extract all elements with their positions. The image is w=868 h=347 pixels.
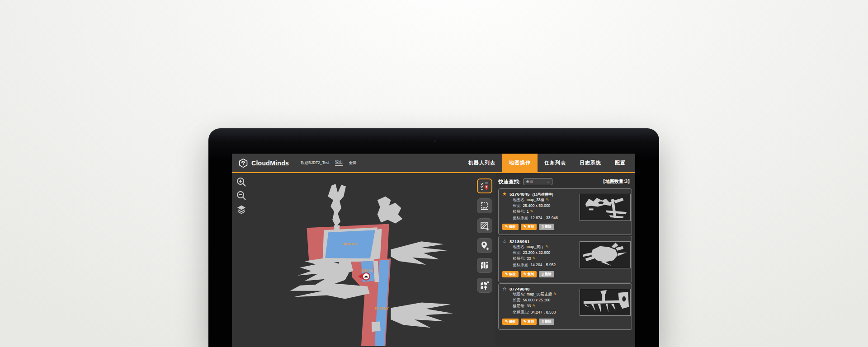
edit-pencil-icon[interactable]: ✎ (545, 244, 549, 249)
edit-pencil-icon[interactable]: ✎ (532, 304, 536, 308)
add-virtual-wall-icon (479, 220, 490, 231)
add-virtual-wall-button[interactable] (477, 218, 492, 233)
pencil-icon: ✎ (524, 272, 527, 276)
map-thumbnail[interactable] (580, 194, 631, 221)
delete-map-button[interactable]: ▯删除 (539, 224, 554, 230)
fullscreen-link[interactable]: 全屏 (349, 160, 356, 166)
pencil-icon: ✎ (524, 320, 527, 324)
trash-icon: ▯ (542, 225, 543, 229)
nav-menu: 机器人列表 地图操作 任务列表 日志系统 配置 (462, 154, 632, 172)
map-thumbnail[interactable] (580, 241, 631, 268)
welcome-text: 欢迎BJDT2_Test (301, 160, 329, 166)
delete-map-button[interactable]: ▯删除 (539, 271, 554, 277)
layers-icon (236, 204, 247, 215)
favorite-star-icon[interactable]: ★ (502, 192, 507, 197)
map-card-list: ★ 51764845 (12号使用中) 地图名:map_33楼✎ 长宽:25.4… (498, 188, 632, 330)
pencil-icon: ✎ (524, 225, 527, 229)
map-canvas[interactable]: 40.519m² 8.614m² 80.215m² (232, 173, 473, 346)
upload-map-icon (479, 280, 490, 291)
add-point-icon (479, 240, 490, 251)
poi-checklist-button[interactable] (477, 178, 492, 193)
map-in-use-note: (12号使用中) (533, 192, 553, 197)
favorite-star-icon[interactable]: ☆ (502, 286, 507, 291)
copy-map-button[interactable]: ✎复制 (521, 319, 537, 325)
map-filter-select[interactable]: 全部 ⌄ (524, 178, 552, 185)
zoom-out-button[interactable] (236, 190, 247, 202)
map-id: 87749840 (509, 286, 530, 291)
zoom-out-icon (236, 190, 247, 201)
map-filter-value: 全部 (526, 179, 533, 184)
map-tool-strip (473, 173, 495, 346)
area-label-corridor: 80.215m² (375, 306, 389, 310)
pencil-icon: ✎ (505, 320, 508, 324)
map-list-panel: 快速查找: 全部 ⌄ 【地图数量:3】 ★ 51764845 (495, 173, 635, 346)
map-thumbnail-image (580, 289, 630, 315)
map-marker-button[interactable] (477, 258, 492, 273)
map-card: ☆ 82186961 地图名:map_展厅✎ 长宽:23.200 x 22.90… (498, 236, 632, 282)
nav-item-map-ops[interactable]: 地图操作 (502, 154, 538, 172)
edit-map-button[interactable]: ✎修改 (502, 271, 519, 277)
pencil-icon: ✎ (505, 225, 508, 229)
map-count-label: 【地图数量:3】 (601, 178, 632, 185)
pencil-icon: ✎ (505, 272, 508, 276)
map-marker-icon (479, 260, 490, 271)
map-id: 82186961 (509, 239, 530, 244)
zoom-in-icon (236, 177, 247, 188)
map-thumbnail[interactable] (580, 289, 631, 316)
copy-map-button[interactable]: ✎复制 (521, 271, 537, 277)
edit-map-button[interactable]: ✎修改 (502, 319, 519, 325)
zoom-in-button[interactable] (236, 176, 247, 188)
map-id: 51764845 (509, 192, 530, 197)
map-card: ☆ 87749840 地图名:map_33层走廊✎ 长宽:56.600 x 25… (498, 283, 632, 330)
nav-item-log-system[interactable]: 日志系统 (573, 154, 608, 172)
edit-pencil-icon[interactable]: ✎ (553, 292, 557, 296)
poi-checklist-icon (479, 181, 490, 192)
area-label-large: 40.519m² (343, 242, 358, 246)
webcam-dot (434, 140, 436, 142)
slam-map: 40.519m² 8.614m² 80.215m² (232, 173, 473, 346)
upload-map-button[interactable] (477, 278, 492, 293)
logout-link[interactable]: 退出 (335, 160, 343, 166)
cloudminds-logo-icon (238, 158, 248, 168)
delete-map-button[interactable]: ▯删除 (539, 319, 554, 325)
trash-icon: ▯ (542, 320, 543, 324)
area-label-small: 8.614m² (361, 268, 374, 272)
edit-map-button[interactable]: ✎修改 (502, 224, 519, 230)
top-nav: CloudMinds 欢迎BJDT2_Test 退出 全屏 机器人列表 地图操作… (232, 154, 635, 173)
add-point-button[interactable] (477, 238, 492, 253)
chevron-down-icon: ⌄ (547, 180, 550, 183)
app-screen: CloudMinds 欢迎BJDT2_Test 退出 全屏 机器人列表 地图操作… (232, 154, 635, 347)
laptop-device: CloudMinds 欢迎BJDT2_Test 退出 全屏 机器人列表 地图操作… (208, 128, 659, 347)
favorite-star-icon[interactable]: ☆ (502, 239, 507, 244)
trash-icon: ▯ (542, 272, 543, 276)
nav-item-robot-list[interactable]: 机器人列表 (462, 154, 502, 172)
measure-area-button[interactable] (477, 198, 492, 213)
edit-pencil-icon[interactable]: ✎ (530, 209, 534, 214)
edit-pencil-icon[interactable]: ✎ (546, 197, 549, 202)
edit-pencil-icon[interactable]: ✎ (532, 256, 536, 261)
brand: CloudMinds (238, 154, 289, 172)
copy-map-button[interactable]: ✎复制 (521, 224, 537, 230)
brand-name: CloudMinds (251, 159, 289, 167)
nav-item-config[interactable]: 配置 (608, 154, 632, 172)
nav-item-task-list[interactable]: 任务列表 (538, 154, 573, 172)
layers-button[interactable] (236, 203, 247, 215)
map-card: ★ 51764845 (12号使用中) 地图名:map_33楼✎ 长宽:25.4… (498, 188, 632, 235)
map-thumbnail-image (580, 194, 630, 220)
measure-area-icon (479, 201, 490, 211)
quick-search-label: 快速查找: (498, 178, 521, 185)
map-thumbnail-image (580, 242, 630, 268)
